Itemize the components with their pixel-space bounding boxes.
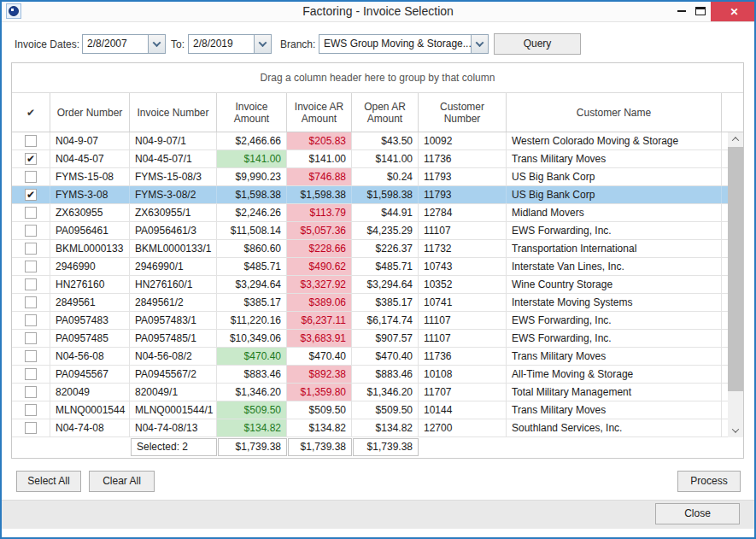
row-checkbox[interactable]: ✔ (25, 189, 37, 201)
column-header-customer-name[interactable]: Customer Name (507, 93, 722, 132)
from-date-dropdown-button[interactable] (148, 35, 165, 53)
vertical-scrollbar[interactable] (728, 132, 743, 437)
close-dialog-button[interactable]: Close (655, 503, 740, 524)
cell-open-ar-amount: $485.71 (352, 258, 419, 275)
cell-invoice-ar-amount: $1,598.38 (287, 186, 352, 203)
cell-order-number: N04-9-07 (50, 132, 130, 149)
table-row[interactable]: 29469902946990/1$485.71$490.62$485.71107… (12, 258, 743, 276)
row-checkbox-cell (12, 366, 50, 383)
table-row[interactable]: FYMS-15-08FYMS-15-08/3$9,990.23$746.88$0… (12, 168, 743, 186)
cell-invoice-ar-amount: $892.38 (287, 366, 352, 383)
row-checkbox[interactable] (25, 314, 37, 326)
row-checkbox[interactable] (25, 386, 37, 398)
column-header-open-ar-amount[interactable]: Open AR Amount (352, 93, 419, 132)
row-checkbox[interactable] (25, 261, 37, 272)
invoice-grid: Drag a column header here to group by th… (11, 62, 744, 459)
grid-rows: N04-9-07N04-9-07/1$2,466.66$205.83$43.50… (12, 132, 743, 437)
select-column-header[interactable]: ✔ (12, 93, 50, 132)
table-row[interactable]: N04-9-07N04-9-07/1$2,466.66$205.83$43.50… (12, 132, 743, 150)
table-row[interactable]: PA0957485PA0957485/1$10,349.06$3,683.91$… (12, 330, 743, 348)
table-row[interactable]: 28495612849561/2$385.17$389.06$385.17107… (12, 294, 743, 312)
row-checkbox[interactable] (25, 368, 37, 380)
table-row[interactable]: BKML0000133BKML0000133/1$860.60$228.66$2… (12, 240, 743, 258)
scroll-up-button[interactable] (728, 132, 743, 146)
branch-dropdown-button[interactable] (471, 35, 488, 53)
scroll-down-button[interactable] (728, 424, 743, 437)
cell-order-number: N04-45-07 (50, 150, 130, 167)
cell-open-ar-amount: $141.00 (352, 150, 419, 167)
cell-invoice-number: N04-45-07/1 (130, 150, 217, 167)
cell-order-number: BKML0000133 (50, 240, 130, 257)
row-checkbox[interactable] (25, 296, 37, 308)
table-row[interactable]: ✔N04-45-07N04-45-07/1$141.00$141.00$141.… (12, 150, 743, 168)
table-row[interactable]: N04-74-08N04-74-08/13$134.82$134.82$134.… (12, 419, 743, 437)
cell-invoice-amount: $9,990.23 (217, 168, 287, 185)
row-checkbox[interactable] (25, 350, 37, 362)
table-row[interactable]: HN276160HN276160/1$3,294.64$3,327.92$3,2… (12, 276, 743, 294)
maximize-button[interactable] (692, 2, 709, 21)
table-row[interactable]: PA0945567PA0945567/2$883.46$892.38$883.4… (12, 366, 743, 384)
cell-customer-name: EWS Forwarding, Inc. (507, 330, 722, 347)
row-checkbox[interactable]: ✔ (25, 153, 37, 165)
to-date-dropdown-button[interactable] (254, 35, 271, 53)
invoice-dates-label: Invoice Dates: (15, 35, 79, 54)
cell-invoice-number: HN276160/1 (130, 276, 217, 293)
chevron-down-icon (732, 425, 739, 432)
column-header-invoice-ar-amount[interactable]: Invoice AR Amount (287, 93, 352, 132)
cell-order-number: PA0957485 (50, 330, 130, 347)
table-row[interactable]: MLNQ0001544MLNQ0001544/1$509.50$509.50$5… (12, 401, 743, 419)
process-button[interactable]: Process (677, 471, 741, 492)
row-checkbox[interactable] (25, 422, 37, 434)
table-row[interactable]: ✔FYMS-3-08FYMS-3-08/2$1,598.38$1,598.38$… (12, 186, 743, 204)
to-date-picker[interactable]: 2/8/2019 (188, 34, 272, 54)
cell-invoice-amount: $470.40 (217, 348, 287, 365)
row-checkbox[interactable] (25, 207, 37, 219)
table-row[interactable]: ZX630955ZX630955/1$2,246.26$113.79$44.91… (12, 204, 743, 222)
cell-invoice-ar-amount: $490.62 (287, 258, 352, 275)
row-checkbox[interactable] (25, 243, 37, 255)
clear-all-button[interactable]: Clear All (89, 471, 155, 492)
cell-order-number: N04-74-08 (50, 419, 130, 436)
column-header-invoice-amount[interactable]: Invoice Amount (217, 93, 287, 132)
table-row[interactable]: N04-56-08N04-56-08/2$470.40$470.40$470.4… (12, 348, 743, 366)
cell-customer-name: All-Time Moving & Storage (507, 366, 722, 383)
cell-open-ar-amount: $0.24 (352, 168, 419, 185)
to-label: To: (171, 35, 185, 54)
cell-invoice-number: FYMS-3-08/2 (130, 186, 217, 203)
column-header-customer-number[interactable]: Customer Number (419, 93, 507, 132)
row-checkbox[interactable] (25, 225, 37, 237)
cell-customer-number: 12700 (419, 419, 507, 436)
row-checkbox-cell (12, 330, 50, 347)
cell-invoice-amount: $485.71 (217, 258, 287, 275)
branch-select[interactable]: EWS Group Moving & Storage... (319, 34, 489, 54)
query-button[interactable]: Query (494, 33, 581, 55)
cell-invoice-number: 2849561/2 (130, 294, 217, 311)
cell-order-number: N04-56-08 (50, 348, 130, 365)
from-date-picker[interactable]: 2/8/2007 (82, 34, 166, 54)
column-header-order-number[interactable]: Order Number (50, 93, 130, 132)
close-window-button[interactable]: ✕ (711, 2, 756, 21)
scrollbar-thumb[interactable] (728, 147, 743, 391)
row-checkbox[interactable] (25, 404, 37, 416)
open-ar-total: $1,739.38 (353, 438, 419, 456)
cell-open-ar-amount: $509.50 (352, 401, 419, 419)
select-all-button[interactable]: Select All (16, 471, 81, 492)
cell-invoice-ar-amount: $470.40 (287, 348, 352, 365)
row-checkbox[interactable] (25, 278, 37, 290)
cell-customer-number: 10743 (419, 258, 507, 275)
cell-open-ar-amount: $134.82 (352, 419, 419, 436)
column-header-invoice-number[interactable]: Invoice Number (130, 93, 217, 132)
row-checkbox[interactable] (25, 171, 37, 183)
factoring-invoice-selection-window: Factoring - Invoice Selection ✕ Invoice … (0, 0, 756, 539)
cell-invoice-amount: $385.17 (217, 294, 287, 311)
group-by-hint[interactable]: Drag a column header here to group by th… (12, 63, 743, 92)
row-checkbox[interactable] (25, 135, 37, 147)
cell-invoice-ar-amount: $141.00 (287, 150, 352, 167)
row-checkbox[interactable] (25, 332, 37, 344)
table-row[interactable]: 820049820049/1$1,346.20$1,359.80$1,346.2… (12, 384, 743, 401)
minimize-button[interactable] (673, 2, 690, 21)
cell-invoice-number: N04-74-08/13 (130, 419, 217, 436)
table-row[interactable]: PA0956461PA0956461/3$11,508.14$5,057.36$… (12, 222, 743, 240)
table-row[interactable]: PA0957483PA0957483/1$11,220.16$6,237.11$… (12, 312, 743, 330)
cell-invoice-number: MLNQ0001544/1 (130, 401, 217, 419)
